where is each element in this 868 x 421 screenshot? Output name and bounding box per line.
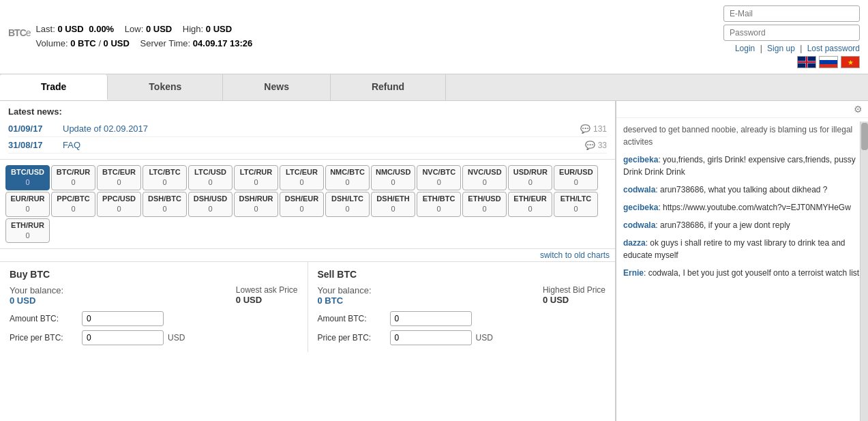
email-input[interactable] [723,5,860,22]
pair-btn-9[interactable]: NVC/BTC0 [417,165,461,190]
scrollbar-track[interactable] [860,121,868,421]
buy-price-per-label: Price per BTC: [10,333,78,343]
scrollbar-thumb[interactable] [861,123,868,150]
sell-amount-row: Amount BTC: [318,311,606,326]
pair-btn-10[interactable]: NVC/USD0 [462,165,507,190]
pair-btn-6[interactable]: LTC/EUR0 [280,165,324,190]
nav-news[interactable]: News [223,74,331,100]
pair-btn-12[interactable]: EUR/USD0 [554,165,598,190]
flag-cn[interactable]: ★ [841,56,860,68]
news-item-1: 31/08/17 FAQ 💬 33 [8,137,607,154]
sell-price-label: Highest Bid Price [543,285,605,295]
sell-price-per-label: Price per BTC: [318,333,386,343]
server-time: 04.09.17 13:26 [193,38,252,48]
pair-btn-0[interactable]: BTC/USD0 [5,165,50,190]
high-label: High: [183,24,203,34]
nav-trade[interactable]: Trade [0,74,108,100]
ticker-row2: Volume: 0 BTC / 0 USD Server Time: 04.09… [36,37,253,51]
comment-icon-0: 💬 [580,124,590,134]
ticker-row1: Last: 0 USD 0.00% Low: 0 USD High: 0 USD [36,23,253,37]
sell-price-per-input[interactable] [390,330,472,345]
pairs-grid: BTC/USD0BTC/RUR0BTC/EUR0LTC/BTC0LTC/USD0… [0,160,615,249]
pair-btn-4[interactable]: LTC/USD0 [188,165,233,190]
password-input[interactable] [723,25,860,41]
auth-links: Login | Sign up | Lost password [723,44,860,53]
chat-message-1: gecibeka: you,friends, girls Drink! expe… [623,154,861,178]
news-comments-1: 💬 33 [585,141,607,150]
comment-icon-1: 💬 [585,141,595,150]
volume-usd: 0 USD [104,38,130,48]
login-link[interactable]: Login [735,44,755,53]
pair-btn-18[interactable]: DSH/RUR0 [234,192,278,217]
news-title-1[interactable]: FAQ [63,140,585,150]
buy-price-per-input[interactable] [82,330,164,345]
sell-amount-label: Amount BTC: [318,314,386,323]
pair-btn-26[interactable]: ETH/RUR0 [5,218,50,244]
chat-message-5: dazza: ok guys i shall retire to my vast… [623,237,861,261]
pair-btn-2[interactable]: BTC/EUR0 [97,165,141,190]
pair-btn-3[interactable]: LTC/BTC0 [143,165,187,190]
sell-title: Sell BTC [318,269,606,280]
signup-link[interactable]: Sign up [767,44,795,53]
news-title-0[interactable]: Update of 02.09.2017 [63,124,580,134]
auth-area: Login | Sign up | Lost password ★ [723,5,860,68]
pair-btn-23[interactable]: ETH/USD0 [462,192,507,217]
pair-btn-1[interactable]: BTC/RUR0 [51,165,95,190]
pair-btn-19[interactable]: DSH/EUR0 [280,192,324,217]
sell-amount-input[interactable] [390,311,472,326]
left-panel: Latest news: 01/09/17 Update of 02.09.20… [0,101,616,421]
chat-user-4: codwala [623,220,655,230]
nav-refund[interactable]: Refund [331,74,446,100]
sell-price-row: Price per BTC: USD [318,330,606,345]
pair-btn-11[interactable]: USD/RUR0 [508,165,552,190]
buy-panel: Buy BTC Your balance: 0 USD Lowest ask P… [0,262,308,352]
switch-charts-link[interactable]: switch to old charts [540,250,610,260]
sell-price-unit: USD [476,333,493,343]
sell-balance-val: 0 BTC [318,295,372,306]
news-label: Latest news: [8,106,607,117]
pair-btn-7[interactable]: NMC/BTC0 [325,165,370,190]
sell-balance-label: Your balance: [318,285,372,295]
logo-sub: e [26,27,31,38]
logo-area: BTCe Last: 0 USD 0.00% Low: 0 USD High: … [8,23,252,51]
pair-btn-14[interactable]: PPC/BTC0 [51,192,95,217]
main: Latest news: 01/09/17 Update of 02.09.20… [0,101,868,421]
nav-tokens[interactable]: Tokens [108,74,223,100]
logo-text: BTC [8,27,26,38]
last-val: 0 USD [57,24,83,34]
lost-password-link[interactable]: Lost password [807,44,860,53]
pair-btn-8[interactable]: NMC/USD0 [371,165,415,190]
chat-message-0: deserved to get banned noobie, already i… [623,124,861,148]
buy-balance-row: Your balance: 0 USD Lowest ask Price 0 U… [10,285,298,306]
flag-uk[interactable] [797,56,816,68]
server-label: Server Time: [140,38,191,48]
buy-price-row: Price per BTC: USD [10,330,298,345]
change-val: 0.00% [89,24,114,34]
pair-btn-15[interactable]: PPC/USD0 [97,192,141,217]
flag-ru[interactable] [819,56,838,68]
news-date-1: 31/08/17 [8,140,63,150]
pair-btn-20[interactable]: DSH/LTC0 [325,192,370,217]
low-val: 0 USD [146,24,172,34]
pair-btn-13[interactable]: EUR/RUR0 [5,192,50,217]
news-item-0: 01/09/17 Update of 02.09.2017 💬 131 [8,121,607,137]
pair-btn-21[interactable]: DSH/ETH0 [371,192,415,217]
buy-amount-input[interactable] [82,311,164,326]
gear-icon[interactable]: ⚙ [854,104,863,115]
pair-btn-25[interactable]: ETH/LTC0 [554,192,598,217]
chat-user-2: codwala [623,185,655,194]
volume-label: Volume: [36,38,68,48]
volume-sep: / [98,38,103,48]
chat-user-5: dazza [623,238,646,248]
high-val: 0 USD [206,24,232,34]
pair-btn-16[interactable]: DSH/BTC0 [143,192,187,217]
pair-btn-24[interactable]: ETH/EUR0 [508,192,552,217]
pair-btn-22[interactable]: ETH/BTC0 [417,192,461,217]
low-label: Low: [125,24,143,34]
pair-btn-5[interactable]: LTC/RUR0 [234,165,278,190]
chat-message-6: Ernie: codwala, I bet you just got youse… [623,267,861,279]
chat-messages: deserved to get banned noobie, already i… [616,118,868,421]
buy-amount-row: Amount BTC: [10,311,298,326]
pair-btn-17[interactable]: DSH/USD0 [188,192,233,217]
last-label: Last: [36,24,55,34]
